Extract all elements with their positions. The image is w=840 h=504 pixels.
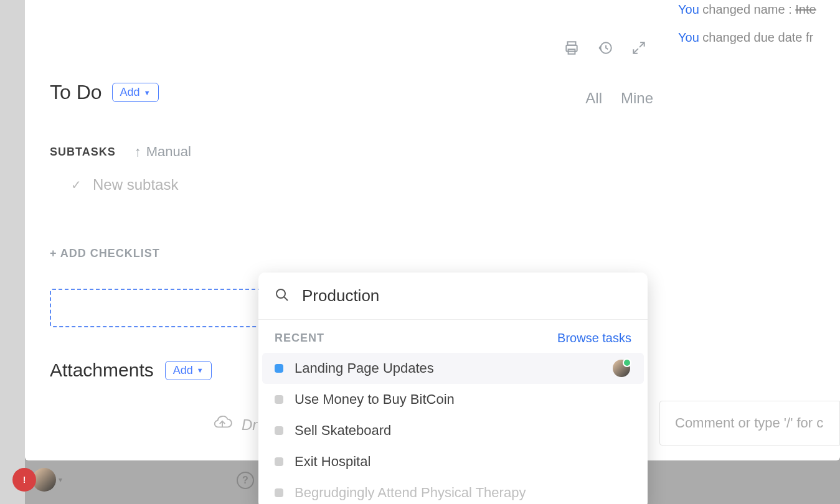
chevron-down-icon: ▼: [144, 89, 151, 96]
search-result-item[interactable]: Sell Skateboard: [258, 415, 648, 446]
expand-icon[interactable]: [631, 40, 647, 56]
status-square-icon: [275, 457, 283, 466]
comment-input[interactable]: Comment or type '/' for c: [659, 401, 840, 446]
search-result-label: Begrudgingly Attend Physical Therapy: [295, 485, 526, 501]
check-icon: ✓: [71, 177, 82, 192]
history-icon[interactable]: [597, 40, 613, 56]
search-icon: [275, 287, 290, 305]
add-label: Add: [120, 86, 140, 99]
search-result-item[interactable]: Exit Hospital: [258, 446, 648, 477]
cloud-upload-icon: [212, 414, 233, 436]
assignee-avatar: [613, 360, 630, 377]
chevron-down-icon: ▼: [197, 366, 204, 374]
search-result-label: Sell Skateboard: [295, 422, 391, 439]
user-presence[interactable]: ! ▾: [12, 468, 62, 492]
search-result-item[interactable]: Begrudgingly Attend Physical Therapy: [258, 477, 648, 504]
add-subtask-button[interactable]: Add ▼: [112, 83, 159, 102]
activity-entry: You changed due date fr: [678, 30, 840, 45]
activity-text: changed name :: [702, 2, 791, 16]
print-icon[interactable]: [564, 40, 580, 56]
relationship-dropzone[interactable]: [50, 289, 262, 327]
subtasks-heading: SUBTASKS: [50, 146, 116, 159]
activity-log: You changed name : Inte You changed due …: [678, 0, 840, 58]
comment-placeholder: Comment or type '/' for c: [675, 415, 823, 431]
svg-point-4: [276, 289, 285, 298]
activity-actor: You: [678, 30, 699, 44]
left-app-strip: [0, 0, 25, 504]
activity-actor: You: [678, 2, 699, 16]
search-result-label: Use Money to Buy BitCoin: [295, 391, 455, 408]
status-square-icon: [275, 426, 283, 435]
search-result-label: Landing Page Updates: [295, 360, 434, 376]
arrow-up-icon: ↑: [134, 144, 141, 160]
add-attachment-button[interactable]: Add ▼: [165, 361, 212, 380]
status-square-icon: [275, 364, 283, 373]
add-checklist-button[interactable]: + ADD CHECKLIST: [50, 247, 647, 260]
attachment-dropzone[interactable]: Dr: [212, 414, 257, 436]
status-square-icon: [275, 488, 283, 497]
activity-old-value: Inte: [795, 2, 816, 16]
search-result-item[interactable]: Use Money to Buy BitCoin: [258, 384, 648, 415]
search-input[interactable]: [302, 286, 631, 306]
new-subtask-input[interactable]: ✓ New subtask: [50, 176, 647, 194]
new-subtask-placeholder: New subtask: [93, 176, 178, 194]
browse-tasks-link[interactable]: Browse tasks: [557, 331, 631, 345]
recent-heading: RECENT: [275, 332, 324, 345]
add-label: Add: [173, 364, 193, 377]
subtasks-sort[interactable]: ↑ Manual: [134, 144, 191, 160]
search-result-item[interactable]: Landing Page Updates: [262, 353, 644, 384]
activity-entry: You changed name : Inte: [678, 2, 840, 17]
activity-text: changed due date fr: [702, 30, 813, 44]
search-result-label: Exit Hospital: [295, 454, 370, 470]
attachments-heading: Attachments: [50, 360, 154, 381]
status-square-icon: [275, 395, 283, 404]
chevron-down-icon: ▾: [59, 475, 62, 484]
dropzone-text: Dr: [242, 416, 257, 434]
sort-label: Manual: [146, 144, 191, 160]
task-search-popover: RECENT Browse tasks Landing Page Updates…: [258, 273, 648, 504]
help-icon[interactable]: ?: [237, 472, 254, 489]
alert-badge: !: [12, 468, 36, 492]
section-title: To Do: [50, 81, 102, 104]
